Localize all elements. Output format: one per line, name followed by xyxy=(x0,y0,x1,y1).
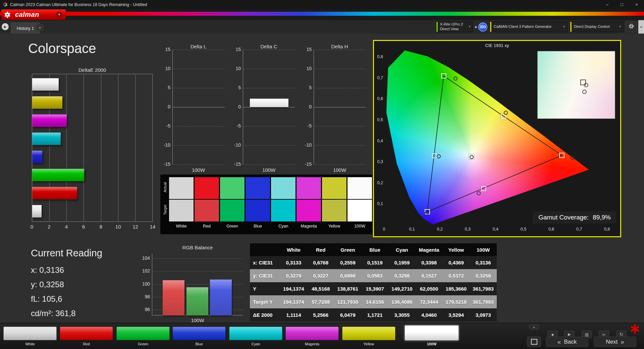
delta-chart-xlabel: 100W xyxy=(243,167,295,173)
deltae-axis-tick: 10 xyxy=(115,224,121,230)
delta-bar xyxy=(250,99,288,107)
meter-count-badge[interactable]: 233 xyxy=(478,22,487,32)
cie-y-tick: 0,4 xyxy=(375,139,383,143)
pattern-window-button[interactable] xyxy=(527,337,541,347)
pattern-button-white[interactable] xyxy=(3,327,57,340)
cie-y-tick: 0,7 xyxy=(375,76,383,80)
swatch-actual-yellow xyxy=(322,177,346,199)
display-control-name: Direct Display Control xyxy=(574,24,616,29)
table-cell: 15,3907 xyxy=(361,282,388,295)
calman-flower-icon xyxy=(4,11,11,18)
rgb-bar-red xyxy=(163,280,184,315)
current-reading-values: x: 0,3136y: 0,3258fL: 105,6cd/m²: 361,8 xyxy=(31,263,102,320)
maximize-button[interactable]: □ xyxy=(614,0,629,9)
pattern-button-cyan[interactable] xyxy=(229,327,282,340)
swatch-actual-red xyxy=(195,177,219,199)
delta-axis-tick: -10 xyxy=(298,142,312,148)
close-button[interactable]: × xyxy=(629,0,644,9)
deltae-bar-magenta xyxy=(32,114,67,127)
delta-axis-tick: -15 xyxy=(298,161,312,167)
table-cell: 0,2559 xyxy=(334,256,362,269)
table-col-header: Green xyxy=(334,243,362,256)
measurement-table: WhiteRedGreenBlueCyanMagentaYellow100Wx:… xyxy=(250,243,497,321)
meter-dropdown[interactable]: X-Rite i1Pro 2 Direct View ▼ xyxy=(436,21,473,32)
swatch-actual-100w xyxy=(347,177,372,199)
table-col-header: Magenta xyxy=(416,243,443,256)
deltae-bar-100w xyxy=(32,78,59,91)
swatch-actual-blue xyxy=(246,177,270,199)
current-reading-value: x: 0,3136 xyxy=(31,263,102,277)
next-chevron-icon: » xyxy=(621,338,624,346)
pattern-button-blue[interactable] xyxy=(172,327,226,340)
meter-mode: Direct View xyxy=(440,27,466,32)
inset-measured-circle xyxy=(584,83,588,87)
cie-measured-white xyxy=(470,155,474,159)
delta-axis-tick: 15 xyxy=(298,47,312,52)
rgb-gridline xyxy=(152,258,243,259)
deltae-bar-yellow xyxy=(32,96,62,109)
cie-measured-green xyxy=(453,77,458,81)
current-reading-value: cd/m²: 361,8 xyxy=(31,306,102,320)
deltae-axis-tick: 8 xyxy=(100,224,102,230)
table-cell: 62,0500 xyxy=(416,282,443,295)
settings-button[interactable] xyxy=(626,21,637,32)
cie-x-tick: 0,7 xyxy=(576,227,582,232)
pattern-label: Cyan xyxy=(229,342,282,346)
delta-gridline xyxy=(243,145,295,146)
swatch-actual-cyan xyxy=(271,177,296,199)
table-cell: 136,4086 xyxy=(388,295,416,308)
table-row-label: x: CIE31 xyxy=(250,256,280,269)
table-cell: 0,1519 xyxy=(361,256,388,269)
next-button[interactable]: Next » xyxy=(594,337,636,347)
table-cell: 6,0479 xyxy=(334,308,362,321)
rgb-bar-green xyxy=(186,287,208,315)
delta-gridline xyxy=(314,164,366,165)
back-button[interactable]: « Back xyxy=(546,337,588,347)
tab-history-1[interactable]: History 1 xyxy=(11,22,40,34)
table-cell: 0,0583 xyxy=(361,269,388,282)
cie-x-tick: 0,4 xyxy=(493,227,498,232)
delta-chart-title: Delta L xyxy=(172,44,224,49)
delta-axis-tick: 0 xyxy=(227,104,241,109)
swatch-target-yellow xyxy=(322,200,346,221)
actual-row-label: Actual xyxy=(163,177,167,197)
add-tab-button[interactable]: + xyxy=(36,24,44,31)
calman-menu-button[interactable]: calman ▼ xyxy=(1,9,66,20)
workflow-panel-expand[interactable]: » xyxy=(638,20,644,34)
table-cell: 0,3279 xyxy=(280,269,307,282)
minimize-button[interactable]: – xyxy=(600,0,614,9)
delta-gridline xyxy=(243,69,295,69)
table-col-header: Cyan xyxy=(388,243,416,256)
swatch-column-label: Blue xyxy=(246,224,270,229)
pattern-button-red[interactable] xyxy=(60,327,113,340)
titlebar: Calman 2023 Calman Ultimate for Business… xyxy=(0,0,644,9)
display-control-dropdown[interactable]: Direct Display Control ▼ xyxy=(570,21,624,32)
delta-axis-tick: 0 xyxy=(298,104,312,109)
panel-expand-up-button[interactable]: ▲ xyxy=(529,325,539,330)
bottom-bar: ▲ ■ ▶ ▤ ∞ ↻ « Back Next » WhiteRedGreenB… xyxy=(0,323,644,349)
pattern-generator-dropdown[interactable]: CalMAN Client 3 Pattern Generator ▼ xyxy=(490,21,568,32)
play-icon: ▶ xyxy=(475,26,477,29)
table-cell: 121,7930 xyxy=(334,295,362,308)
deltae-axis-tick: 6 xyxy=(82,224,85,230)
rgb-axis-tick: 102 xyxy=(135,268,150,273)
history-panel-button[interactable]: ▶ xyxy=(2,23,9,30)
meter-name: X-Rite i1Pro 2 xyxy=(440,22,466,27)
pattern-button-yellow[interactable] xyxy=(342,327,395,340)
main-content: Colorspace DeltaE 2000 02468101214 Delta… xyxy=(0,34,644,323)
chevron-down-icon: ▼ xyxy=(619,25,622,29)
cie-y-tick: 0,2 xyxy=(375,181,383,185)
delta-chart-plot xyxy=(172,50,225,164)
pattern-button-magenta[interactable] xyxy=(285,327,339,340)
deltae-x-axis: 02468101214 xyxy=(32,224,153,230)
pattern-button-green[interactable] xyxy=(116,327,170,340)
deltae-axis-tick: 4 xyxy=(65,224,68,230)
deltae-axis-tick: 14 xyxy=(150,224,156,230)
window-title: Calman 2023 Calman Ultimate for Business… xyxy=(10,2,147,7)
window-icon xyxy=(531,339,537,345)
pattern-button-100w[interactable] xyxy=(405,325,459,341)
cie-x-tick: 0,8 xyxy=(604,227,610,232)
cie-target-red xyxy=(559,153,565,158)
swatch-column-label: 100W xyxy=(347,224,372,229)
back-chevron-icon: « xyxy=(557,338,561,346)
